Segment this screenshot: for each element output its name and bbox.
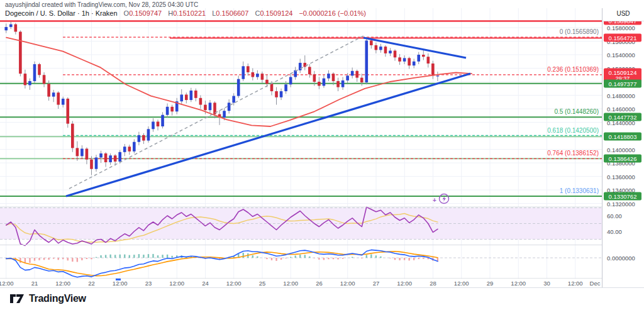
price-badge: 0.1418803 <box>604 133 641 141</box>
symbol-title[interactable]: Dogecoin / U. S. Dollar · 1h · Kraken <box>5 9 118 17</box>
macd-histogram-bar <box>109 255 111 258</box>
candle-up <box>389 51 392 53</box>
macd-histogram-bar <box>114 255 116 258</box>
chart-canvas[interactable] <box>0 0 602 279</box>
macd-histogram-bar <box>399 258 400 260</box>
price-badge: 0.1497377 <box>604 79 641 87</box>
indicator-axis-label: 60.00 <box>607 213 622 219</box>
time-axis-label: 12:00 <box>226 280 242 287</box>
time-axis-label: 26 <box>316 280 323 287</box>
macd-histogram-bar <box>48 258 49 260</box>
candle-down <box>24 74 27 85</box>
candle-up <box>28 81 31 85</box>
macd-histogram-bar <box>314 258 315 258</box>
candle-up <box>346 75 349 80</box>
price-axis-label: 0.1580000 <box>607 25 635 31</box>
candle-down <box>57 92 60 104</box>
macd-histogram-bar <box>67 258 69 260</box>
candle-up <box>152 121 155 129</box>
macd-histogram-bar <box>290 257 291 258</box>
macd-histogram-bar <box>285 258 286 258</box>
footer-bar: TradingView <box>0 287 644 310</box>
candle-down <box>370 40 373 45</box>
candle-up <box>403 58 406 61</box>
change-value: −0.0000216 (−0.01%) <box>299 9 365 17</box>
time-axis-label: 12:00 <box>283 280 298 287</box>
time-axis-label: 21 <box>31 280 38 287</box>
macd-histogram-bar <box>119 255 121 258</box>
svg-text:+: + <box>433 197 436 204</box>
candle-down <box>47 84 50 96</box>
macd-histogram-bar <box>309 257 310 258</box>
macd-histogram-bar <box>418 258 419 259</box>
candle-down <box>157 121 160 126</box>
candle-down <box>71 124 74 148</box>
macd-histogram-bar <box>333 258 334 259</box>
time-axis-label: Dec <box>590 280 601 287</box>
candle-down <box>384 47 387 53</box>
macd-histogram-bar <box>19 258 21 263</box>
candle-up <box>99 153 103 157</box>
time-axis-label: 22 <box>88 280 95 287</box>
macd-histogram-bar <box>38 258 40 260</box>
candle-down <box>43 75 46 84</box>
tradingview-chart-window: aayushjindal created with TradingView.co… <box>0 0 644 310</box>
price-axis-label: 0.1480000 <box>607 92 635 99</box>
tradingview-logo[interactable]: TradingView <box>10 293 86 304</box>
indicator-axis-label: 0.0000000 <box>607 255 635 262</box>
macd-histogram-bar <box>361 258 362 258</box>
currency-label[interactable]: USD <box>602 8 644 21</box>
time-axis-label: 28 <box>430 280 436 287</box>
macd-histogram-bar <box>124 255 125 258</box>
candle-down <box>275 91 278 97</box>
candle-down <box>194 91 197 98</box>
price-badge: 0.1330762 <box>604 192 641 200</box>
macd-histogram-bar <box>337 258 338 260</box>
high-value: 0.1510221 <box>173 9 206 17</box>
time-axis-label: 12:00 <box>454 280 469 287</box>
candle-up <box>190 91 193 100</box>
time-axis-label: 12:00 <box>55 280 70 287</box>
macd-signal-line <box>6 252 438 276</box>
indicator-axis-label: 40.00 <box>607 228 622 235</box>
price-axis-label: 0.1540000 <box>607 52 635 58</box>
candle-up <box>180 94 183 101</box>
candle-down <box>318 82 321 86</box>
macd-histogram-bar <box>294 256 296 258</box>
macd-histogram-bar <box>375 255 377 258</box>
candle-down <box>375 45 378 50</box>
symbol-legend[interactable]: Dogecoin / U. S. Dollar · 1h · Kraken O0… <box>5 9 366 17</box>
candle-up <box>147 129 150 140</box>
candle-up <box>351 71 354 76</box>
lightning-cursor-icon: + <box>432 192 451 209</box>
time-axis[interactable]: 12:002112:002212:002312:002412:002512:00… <box>0 279 602 287</box>
candle-up <box>138 135 141 142</box>
candle-down <box>104 153 108 162</box>
candle-down <box>38 64 41 75</box>
price-axis-label: 0.1400000 <box>607 146 635 153</box>
macd-histogram-bar <box>342 258 343 259</box>
macd-histogram-bar <box>43 258 45 260</box>
macd-histogram-bar <box>380 257 381 258</box>
candle-up <box>80 148 84 156</box>
macd-histogram-bar <box>91 258 92 259</box>
candle-down <box>114 155 117 162</box>
candle-up <box>52 92 55 96</box>
candle-up <box>9 25 13 27</box>
macd-histogram-bar <box>404 258 405 260</box>
time-axis-label: 29 <box>487 280 494 287</box>
macd-histogram-bar <box>413 258 414 260</box>
macd-histogram-bar <box>96 257 97 258</box>
low-value: 0.1506607 <box>216 9 248 17</box>
macd-histogram-bar <box>318 258 319 260</box>
macd-histogram-bar <box>129 255 130 258</box>
price-axis[interactable]: USD 0.15800000.15600000.15400000.1520000… <box>602 8 644 287</box>
candle-down <box>128 147 131 152</box>
macd-histogram-bar <box>171 256 172 258</box>
trendline-uptrend[interactable] <box>66 74 470 196</box>
time-axis-label: 23 <box>145 280 152 287</box>
macd-histogram-bar <box>328 258 329 259</box>
candle-up <box>232 96 235 103</box>
time-axis-label: 12:00 <box>113 280 128 287</box>
fib-label: 0 (0.1565890) <box>560 28 599 35</box>
